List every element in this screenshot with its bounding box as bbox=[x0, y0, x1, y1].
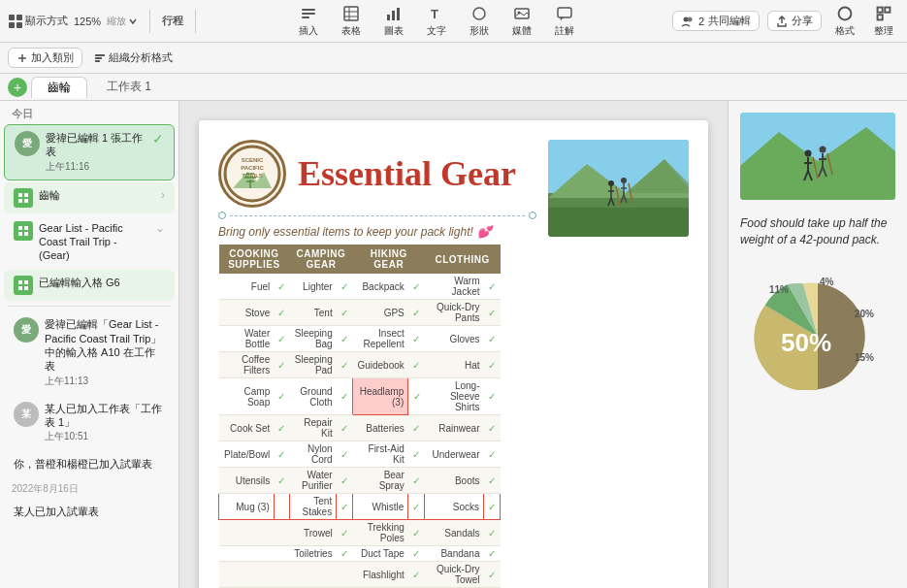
item-content-8: 某人已加入試輩表 bbox=[14, 505, 165, 518]
sidebar-item-2[interactable]: 齒輪 › bbox=[4, 182, 175, 213]
zoom-value: 125% bbox=[74, 16, 101, 27]
item-title-4: 已編輯輸入格 G6 bbox=[39, 276, 165, 289]
sidebar-item-5[interactable]: 愛 愛禕已編輯「Gear List - Pacific Coast Trail … bbox=[4, 311, 175, 393]
item-title-2: 齒輪 bbox=[39, 188, 155, 202]
avatar-1: 愛 bbox=[15, 131, 40, 156]
tab-bar: + 齒輪 工作表 1 bbox=[0, 74, 907, 101]
item-content-5: 愛禕已編輯「Gear List - Pacific Coast Trail Tr… bbox=[45, 317, 165, 387]
insert-btn[interactable]: 插入 bbox=[293, 3, 324, 40]
sheet-icon-4 bbox=[14, 276, 33, 295]
toolbar-right: 2 共同編輯 分享 格式 整理 bbox=[672, 3, 899, 40]
table-row: Camp Soap✓Ground Cloth✓Headlamp (3)✓Long… bbox=[219, 378, 501, 415]
col-cooking: COOKING SUPPLIES bbox=[219, 245, 290, 274]
share-btn[interactable]: 分享 bbox=[767, 11, 822, 31]
svg-rect-41 bbox=[24, 286, 28, 290]
svg-rect-1 bbox=[16, 15, 22, 20]
svg-text:PACIFIC: PACIFIC bbox=[241, 165, 264, 171]
svg-rect-22 bbox=[878, 7, 883, 12]
svg-rect-23 bbox=[885, 7, 890, 12]
sidebar-item-1[interactable]: 愛 愛禕已編輯 1 張工作表 上午11:16 ✓ bbox=[4, 124, 175, 180]
svg-rect-29 bbox=[95, 60, 100, 62]
format-tab-btn[interactable]: 格式 bbox=[829, 3, 860, 40]
toolbar-left: 顯示方式 125% 縮放 bbox=[8, 14, 138, 29]
svg-text:4%: 4% bbox=[820, 277, 834, 287]
svg-rect-37 bbox=[24, 232, 28, 236]
view-mode-btn[interactable]: 顯示方式 bbox=[8, 14, 68, 29]
sidebar-item-4[interactable]: 已編輯輸入格 G6 bbox=[4, 270, 175, 301]
item-time-1: 上午11:16 bbox=[46, 160, 146, 174]
item-time-5: 上午11:13 bbox=[45, 375, 165, 388]
today-label: 今日 bbox=[0, 101, 178, 123]
table-btn[interactable]: 表格 bbox=[336, 3, 367, 40]
svg-rect-12 bbox=[392, 11, 395, 20]
svg-rect-3 bbox=[16, 22, 22, 28]
item-title-7: 你，普橙和楊橙已加入試輩表 bbox=[14, 457, 165, 471]
item-content-1: 愛禕已編輯 1 張工作表 上午11:16 bbox=[46, 131, 146, 174]
table-row: Trowel✓Trekking Poles✓Sandals✓ bbox=[219, 520, 501, 546]
svg-rect-27 bbox=[95, 54, 105, 56]
svg-rect-34 bbox=[18, 226, 22, 230]
svg-point-68 bbox=[820, 147, 826, 153]
item-title-5: 愛禕已編輯「Gear List - Pacific Coast Trail Tr… bbox=[45, 317, 165, 373]
hikers-photo bbox=[548, 140, 689, 237]
svg-point-21 bbox=[839, 7, 852, 19]
item-title-1: 愛禕已編輯 1 張工作表 bbox=[46, 131, 146, 159]
svg-rect-18 bbox=[558, 8, 571, 17]
organize-button[interactable]: 組織分析格式 bbox=[86, 49, 180, 67]
sidebar-item-7[interactable]: 你，普橙和楊橙已加入試輩表 bbox=[4, 451, 175, 476]
media-btn[interactable]: 媒體 bbox=[506, 3, 537, 40]
svg-rect-13 bbox=[397, 8, 400, 20]
avatar-6: 某 bbox=[14, 402, 39, 427]
chart-btn[interactable]: 圖表 bbox=[378, 3, 409, 40]
document-page[interactable]: SCENIC PACIFIC TRAILS Essential Gear bbox=[199, 120, 708, 588]
check-icon-1: ✓ bbox=[152, 131, 164, 147]
table-row: Cook Set✓Repair Kit✓Batteries✓Rainwear✓ bbox=[219, 415, 501, 441]
comment-btn[interactable]: 註解 bbox=[549, 3, 580, 40]
svg-text:T: T bbox=[431, 7, 438, 21]
document-area[interactable]: 在此處按一下來 重點標示變更。 SCENIC PACIFIC TRAILS bbox=[179, 101, 728, 588]
sheet-icon-2 bbox=[14, 188, 33, 208]
item-content-4: 已編輯輸入格 G6 bbox=[39, 276, 165, 289]
item-title-3: Gear List - Pacific Coast Trail Trip - (… bbox=[39, 221, 149, 263]
svg-rect-48 bbox=[548, 208, 689, 237]
gear-table[interactable]: COOKING SUPPLIES CAMPING GEAR HIKING GEA… bbox=[218, 245, 501, 588]
shape-btn[interactable]: 形狀 bbox=[464, 3, 495, 40]
food-weight-text: Food should take up half the weight of a… bbox=[740, 215, 895, 248]
sidebar-item-8[interactable]: 某人已加入試輩表 bbox=[4, 499, 175, 524]
collab-btn[interactable]: 2 共同編輯 bbox=[672, 11, 760, 31]
svg-rect-30 bbox=[18, 193, 22, 197]
svg-rect-39 bbox=[24, 280, 28, 284]
add-row-button[interactable]: 加入類別 bbox=[8, 48, 82, 68]
sidebar-item-3[interactable]: Gear List - Pacific Coast Trail Trip - (… bbox=[4, 215, 175, 269]
table-header-row: COOKING SUPPLIES CAMPING GEAR HIKING GEA… bbox=[219, 245, 501, 274]
table-row: Toiletries✓Duct Tape✓Bandana✓ bbox=[219, 546, 501, 562]
svg-rect-0 bbox=[9, 15, 15, 20]
arrow-icon-2: › bbox=[161, 188, 165, 202]
sidebar-date: 2022年8月16日 bbox=[0, 478, 178, 498]
svg-rect-4 bbox=[302, 9, 315, 11]
right-panel: Food should take up half the weight of a… bbox=[728, 101, 907, 588]
table-row: Plate/Bowl✓Nylon Cord✓First-Aid Kit✓Unde… bbox=[219, 441, 501, 468]
svg-point-55 bbox=[621, 178, 627, 183]
svg-rect-6 bbox=[302, 16, 309, 18]
svg-text:SCENIC: SCENIC bbox=[242, 157, 264, 163]
item-content-3: Gear List - Pacific Coast Trail Trip - (… bbox=[39, 221, 149, 263]
svg-text:20%: 20% bbox=[855, 309, 874, 319]
tab-sheet1[interactable]: 工作表 1 bbox=[91, 77, 167, 97]
sidebar-divider-1 bbox=[8, 306, 171, 307]
svg-point-15 bbox=[473, 8, 485, 19]
zoom-control[interactable]: 125% 縮放 bbox=[74, 15, 138, 28]
col-hiking: HIKING GEAR bbox=[353, 245, 425, 274]
expand-icon-3: ⌄ bbox=[155, 221, 165, 235]
text-btn[interactable]: T 文字 bbox=[421, 3, 452, 40]
table-row: Coffee Filters✓Sleeping Pad✓Guidebook✓Ha… bbox=[219, 352, 501, 378]
svg-rect-40 bbox=[18, 286, 22, 290]
arrange-btn[interactable]: 整理 bbox=[868, 3, 899, 40]
tab-gear[interactable]: 齒輪 bbox=[31, 77, 87, 98]
mug-row[interactable]: Mug (3)Tent Stakes✓Whistle✓Socks✓ bbox=[219, 494, 501, 520]
item-content-2: 齒輪 bbox=[39, 188, 155, 202]
add-tab-button[interactable]: + bbox=[8, 78, 27, 97]
sidebar-item-6[interactable]: 某 某人已加入工作表「工作表 1」 上午10:51 bbox=[4, 396, 175, 450]
scenic-trails-logo: SCENIC PACIFIC TRAILS bbox=[218, 140, 286, 208]
svg-point-62 bbox=[805, 150, 812, 157]
